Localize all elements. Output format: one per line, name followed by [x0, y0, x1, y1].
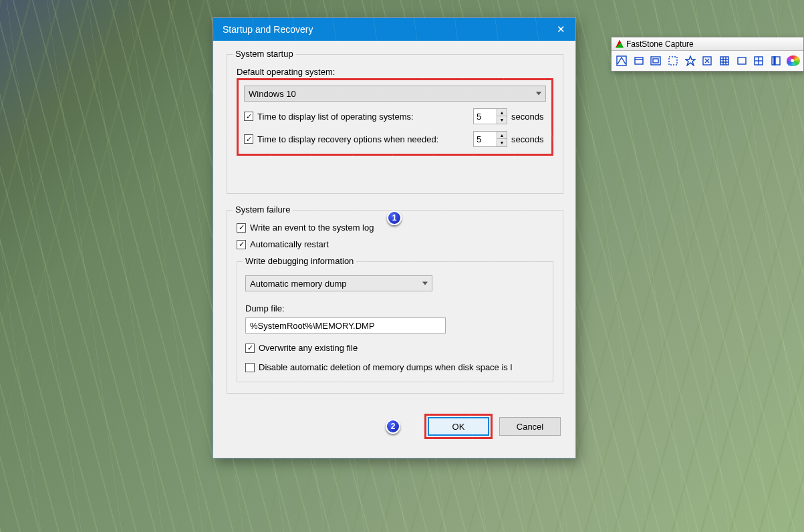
group-system-startup-label: System startup [233, 49, 296, 59]
dialog-body: System startup Default operating system:… [213, 41, 575, 458]
time-recovery-label: Time to display recovery options when ne… [257, 134, 473, 144]
capture-window-icon[interactable] [632, 53, 646, 68]
checkbox-auto-restart[interactable] [237, 240, 246, 249]
cancel-button[interactable]: Cancel [499, 417, 561, 436]
annotation-highlight-1: Windows 10 Time to display list of opera… [237, 78, 553, 156]
chevron-down-icon [536, 92, 541, 96]
svg-rect-3 [651, 57, 660, 65]
capture-active-window-icon[interactable] [614, 53, 629, 68]
dump-type-value: Automatic memory dump [250, 279, 347, 289]
faststone-window[interactable]: FastStone Capture [611, 37, 804, 72]
time-recovery-value[interactable] [473, 131, 497, 147]
svg-rect-17 [774, 57, 775, 65]
capture-freehand-icon[interactable] [666, 53, 680, 68]
dialog-title: Startup and Recovery [223, 24, 546, 35]
auto-restart-label: Automatically restart [250, 239, 329, 249]
capture-fixed-icon[interactable] [717, 53, 732, 68]
group-write-debug: Write debugging information Automatic me… [237, 261, 553, 382]
checkbox-overwrite[interactable] [245, 344, 255, 353]
dump-file-input[interactable] [245, 317, 446, 334]
default-os-value: Windows 10 [249, 89, 296, 99]
faststone-title: FastStone Capture [626, 39, 694, 49]
svg-rect-16 [772, 57, 780, 65]
svg-rect-5 [669, 57, 677, 65]
write-event-label: Write an event to the system log [250, 223, 374, 233]
close-icon[interactable]: ✕ [546, 18, 575, 41]
spin-down-icon[interactable]: ▼ [497, 139, 507, 146]
svg-rect-4 [653, 59, 658, 63]
svg-rect-12 [738, 57, 746, 64]
overwrite-label: Overwrite any existing file [259, 343, 358, 353]
group-system-startup: System startup Default operating system:… [227, 54, 563, 194]
disable-delete-label: Disable automatic deletion of memory dum… [259, 362, 512, 372]
time-recovery-spinner[interactable]: ▲▼ [473, 131, 507, 147]
time-list-label: Time to display list of operating system… [257, 112, 414, 122]
faststone-toolbar [612, 51, 803, 71]
palette-icon [787, 55, 800, 66]
checkbox-write-event[interactable] [237, 223, 246, 233]
group-system-failure: System failure Write an event to the sys… [227, 210, 563, 394]
annotation-callout-2: 2 [386, 419, 400, 434]
checkbox-time-list[interactable] [244, 112, 253, 121]
delay-icon[interactable] [752, 53, 767, 68]
checkbox-disable-delete[interactable] [245, 363, 255, 372]
spin-up-icon[interactable]: ▲ [497, 109, 507, 116]
chevron-down-icon [422, 282, 428, 285]
svg-rect-1 [635, 57, 643, 64]
dump-type-select[interactable]: Automatic memory dump [245, 275, 432, 291]
seconds-label: seconds [511, 134, 546, 144]
faststone-titlebar[interactable]: FastStone Capture [612, 37, 803, 51]
group-system-failure-label: System failure [233, 205, 293, 215]
checkbox-time-recovery[interactable] [244, 134, 253, 144]
titlebar[interactable]: Startup and Recovery ✕ [213, 18, 575, 41]
faststone-logo-icon [616, 40, 624, 48]
seconds-label: seconds [511, 112, 546, 122]
ok-button[interactable]: OK [428, 417, 489, 436]
output-icon[interactable] [769, 53, 783, 68]
annotation-highlight-2: OK [424, 414, 493, 439]
capture-fullscreen-icon[interactable] [683, 53, 698, 68]
group-write-debug-label: Write debugging information [243, 256, 356, 266]
screen-recorder-icon[interactable] [734, 53, 749, 68]
settings-icon[interactable] [786, 53, 801, 68]
dump-file-label: Dump file: [245, 303, 545, 313]
svg-rect-7 [720, 57, 728, 65]
spin-down-icon[interactable]: ▼ [497, 116, 507, 124]
default-os-select[interactable]: Windows 10 [244, 86, 546, 102]
spin-up-icon[interactable]: ▲ [497, 132, 507, 139]
capture-rectangle-icon[interactable] [648, 53, 663, 68]
time-list-spinner[interactable]: ▲▼ [473, 108, 507, 124]
time-list-value[interactable] [473, 108, 497, 124]
capture-scrolling-icon[interactable] [700, 53, 715, 68]
startup-recovery-dialog: Startup and Recovery ✕ System startup De… [213, 17, 576, 458]
default-os-label: Default operating system: [237, 67, 553, 77]
dialog-button-row: 2 OK Cancel [227, 410, 563, 444]
